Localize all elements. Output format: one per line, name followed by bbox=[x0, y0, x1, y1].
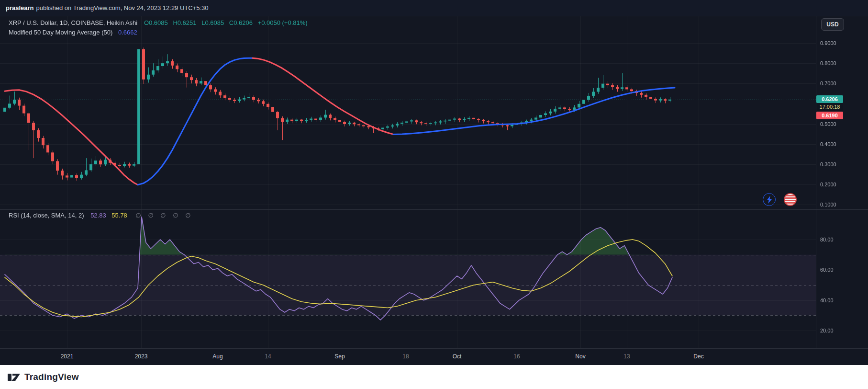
time-axis-label: 13 bbox=[623, 353, 630, 360]
ohlc-close: C0.6206 bbox=[229, 19, 253, 26]
price-axis-label: 0.4000 bbox=[820, 141, 836, 148]
time-axis-label: 16 bbox=[513, 353, 520, 360]
tradingview-logo[interactable]: TradingView bbox=[7, 371, 79, 383]
price-chart-canvas[interactable] bbox=[0, 0, 868, 389]
symbol-legend: XRP / U.S. Dollar, 1D, COINBASE, Heikin … bbox=[9, 18, 311, 37]
rsi-axis-label: 60.00 bbox=[820, 266, 834, 273]
price-axis-label: 0.1000 bbox=[820, 201, 836, 208]
rsi-axis-label: 40.00 bbox=[820, 297, 834, 304]
indicator-label: Modified 50 Day Moving Average (50) bbox=[9, 29, 112, 36]
pane-separator[interactable] bbox=[0, 209, 868, 210]
tradingview-mark-icon bbox=[7, 371, 21, 383]
currency-toggle-button[interactable]: USD bbox=[821, 18, 844, 31]
time-axis-label: 2021 bbox=[61, 353, 74, 360]
rsi-legend: RSI (14, close, SMA, 14, 2) 52.83 55.78 … bbox=[9, 211, 191, 219]
publish-header: praslearn published on TradingView.com, … bbox=[0, 0, 868, 16]
price-axis[interactable]: 0.90000.80000.70000.50000.40000.30000.20… bbox=[816, 16, 868, 348]
time-axis-label: 14 bbox=[265, 353, 271, 360]
price-axis-label: 0.3000 bbox=[820, 161, 836, 168]
flag-icon[interactable] bbox=[784, 193, 797, 206]
price-axis-label: 0.9000 bbox=[820, 40, 836, 46]
time-axis-label: Dec bbox=[693, 353, 703, 360]
symbol-legend-row: XRP / U.S. Dollar, 1D, COINBASE, Heikin … bbox=[9, 18, 311, 28]
secondary-price-badge: 0.6190 bbox=[816, 112, 843, 119]
symbol-title: XRP / U.S. Dollar, 1D, COINBASE, Heikin … bbox=[9, 19, 137, 26]
tradingview-wordmark: TradingView bbox=[24, 372, 79, 382]
footer: TradingView bbox=[0, 365, 868, 389]
lightning-icon[interactable] bbox=[763, 193, 776, 206]
publish-author: praslearn bbox=[6, 4, 34, 11]
price-axis-label: 0.5000 bbox=[820, 121, 836, 127]
chart-float-icons bbox=[763, 193, 797, 206]
time-axis[interactable]: 20212023Aug14Sep18Oct16Nov13Dec bbox=[0, 348, 868, 365]
price-axis-label: 0.2000 bbox=[820, 181, 836, 188]
published-chart-page: praslearn published on TradingView.com, … bbox=[0, 0, 868, 389]
time-axis-label: Sep bbox=[334, 353, 345, 360]
last-price-badge: 0.6206 bbox=[816, 95, 843, 103]
ohlc-change: +0.0050 (+0.81%) bbox=[258, 19, 308, 26]
time-axis-label: 2023 bbox=[135, 353, 148, 360]
ohlc-open: O0.6085 bbox=[144, 19, 168, 26]
rsi-signal-value: 55.78 bbox=[111, 212, 127, 219]
rsi-label: RSI (14, close, SMA, 14, 2) bbox=[9, 212, 84, 219]
indicator-legend-row: Modified 50 Day Moving Average (50) 0.66… bbox=[9, 28, 311, 37]
rsi-empty-values: ∅ ∅ ∅ ∅ ∅ bbox=[135, 212, 190, 219]
rsi-value: 52.83 bbox=[90, 212, 106, 219]
rsi-axis-label: 80.00 bbox=[820, 236, 834, 243]
time-axis-label: 18 bbox=[402, 353, 409, 360]
price-axis-label: 0.8000 bbox=[820, 60, 836, 67]
rsi-axis-label: 20.00 bbox=[820, 327, 834, 334]
time-axis-label: Nov bbox=[575, 353, 585, 360]
time-axis-label: Aug bbox=[212, 353, 223, 360]
publish-info: published on TradingView.com, Nov 24, 20… bbox=[36, 4, 209, 11]
ohlc-high: H0.6251 bbox=[173, 19, 196, 26]
time-axis-label: Oct bbox=[453, 353, 462, 360]
price-axis-label: 0.7000 bbox=[820, 80, 836, 87]
indicator-value: 0.6662 bbox=[118, 29, 137, 36]
ohlc-low: L0.6085 bbox=[201, 19, 224, 26]
countdown-badge: 17:00:18 bbox=[816, 103, 843, 111]
